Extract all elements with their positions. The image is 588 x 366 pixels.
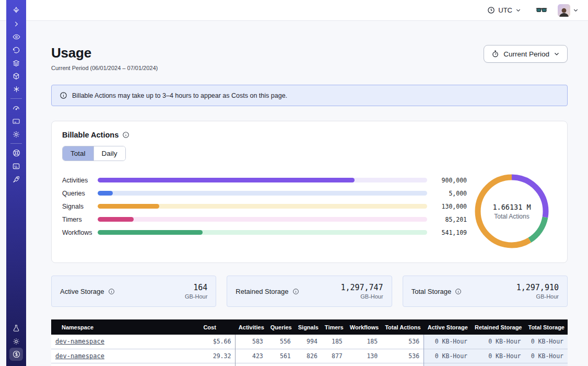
bar-track [98, 178, 427, 182]
bar-row-signals: Signals130,000 [62, 200, 467, 213]
layers-icon[interactable] [9, 56, 23, 70]
avatar [558, 4, 570, 17]
dollar-icon[interactable] [9, 348, 23, 361]
activities-cell: 583 [236, 335, 267, 349]
column-header-activities: Activities [236, 319, 267, 335]
bar-row-timers: Timers85,201 [62, 213, 467, 226]
sidebar-divider [10, 143, 22, 144]
retained-storage-unit: GB-Hour [340, 293, 383, 300]
activities-cell: 423 [236, 349, 267, 363]
flask-icon[interactable] [9, 322, 23, 335]
activities-cell: 492 [236, 363, 267, 366]
chevron-right-icon[interactable] [9, 17, 23, 30]
total-storage-cell: 0 KB-Hour [525, 349, 568, 363]
total-storage-card: Total Storage 1,297,910 GB-Hour [403, 276, 568, 307]
account-menu[interactable] [558, 4, 579, 17]
donut-center: 1.66131 M Total Actions [472, 171, 551, 251]
cube-icon[interactable] [9, 70, 23, 83]
info-icon[interactable] [292, 288, 299, 295]
namespace-link[interactable]: dev-namespace [55, 352, 104, 360]
info-banner: Billable Actions may take up to 3–4 hour… [51, 85, 568, 106]
timers-cell: 877 [322, 349, 347, 363]
main-content: Usage Current Period (06/01/2024 – 07/01… [26, 21, 588, 366]
history-icon[interactable] [9, 43, 23, 56]
bar-track [98, 191, 427, 196]
signals-cell: 826 [295, 349, 322, 363]
total-actions-cell: 536 [382, 349, 424, 363]
table-row: dev-namespace29.324235618268771305360 KB… [51, 349, 568, 363]
asterisk-icon[interactable] [9, 83, 23, 96]
total-storage-label: Total Storage [411, 288, 452, 295]
bar-track [98, 204, 427, 209]
table-header-row: NamespaceCostActivitiesQueriesSignalsTim… [51, 319, 568, 335]
total-actions-donut: 1.66131 M Total Actions [472, 171, 551, 251]
current-period-subtitle: Current Period (06/01/2024 – 07/01/2024) [51, 65, 158, 71]
sidebar-divider [10, 98, 22, 99]
chevron-down-icon [515, 7, 521, 13]
billable-actions-title-row: Billable Actions [62, 131, 557, 139]
bar-value: 85,201 [434, 216, 467, 223]
page-header: Usage Current Period (06/01/2024 – 07/01… [51, 45, 568, 71]
usage-dashboard: { "topbar": { "timezone": "UTC", "icons"… [0, 0, 588, 366]
bar-label: Timers [62, 216, 98, 223]
card-icon[interactable] [9, 115, 23, 128]
retained-storage-label: Retained Storage [236, 288, 288, 295]
storage-summary-row: Active Storage 164 GB-Hour Retained Stor… [51, 276, 568, 307]
temporal-logo[interactable] [9, 4, 23, 17]
info-icon[interactable] [108, 288, 115, 295]
info-icon[interactable] [122, 131, 130, 139]
info-banner-text: Billable Actions may take up to 3–4 hour… [72, 92, 287, 99]
queries-cell: 536 [267, 363, 295, 366]
info-icon[interactable] [455, 288, 462, 295]
cost-cell: 29.32 [184, 349, 235, 363]
retained-storage-cell: 0 KB-Hour [472, 335, 525, 349]
active-storage-cell: 0 KB-Hour [424, 363, 472, 366]
namespace-link[interactable]: dev-namespace [55, 338, 104, 345]
tab-daily[interactable]: Daily [93, 146, 125, 161]
table-body: dev-namespace$5.665835569941851855360 KB… [51, 335, 568, 366]
total-storage-cell: 0 KB-Hour [525, 363, 568, 366]
gauge-icon[interactable] [9, 101, 23, 115]
total-storage-cell: 0 KB-Hour [525, 335, 568, 349]
clock-icon [487, 6, 495, 14]
bar-label: Workflows [62, 229, 98, 236]
billable-actions-title: Billable Actions [62, 131, 119, 139]
namespace-usage-table: NamespaceCostActivitiesQueriesSignalsTim… [51, 319, 568, 366]
gear-icon[interactable] [9, 128, 23, 141]
rocket-icon[interactable] [9, 173, 23, 186]
terminal-icon[interactable] [9, 159, 23, 173]
actions-bar-chart: Activities900,000Queries5,000Signals130,… [62, 171, 467, 251]
active-storage-card: Active Storage 164 GB-Hour [51, 276, 216, 307]
sun-icon[interactable] [9, 335, 23, 348]
lifebuoy-icon[interactable] [9, 146, 23, 159]
billable-actions-chart: Activities900,000Queries5,000Signals130,… [62, 171, 557, 251]
column-header-namespace: Namespace [51, 319, 184, 335]
total-storage-value: 1,297,910 [516, 283, 559, 292]
bar-track [98, 217, 427, 222]
namespace-cell: dev-namespace [51, 363, 184, 366]
sunglasses-icon[interactable] [536, 6, 547, 15]
active-storage-cell: 0 KB-Hour [424, 335, 472, 349]
column-header-active-storage: Active Storage [424, 319, 472, 335]
total-actions-label: Total Actions [494, 213, 529, 220]
bar-fill [98, 204, 159, 209]
period-selector-button[interactable]: Current Period [484, 45, 568, 63]
column-header-cost: Cost [184, 319, 235, 335]
column-header-retained-storage: Retained Storage [472, 319, 525, 335]
bar-fill [98, 217, 134, 222]
table-row: dev-namespace$3.354925368838166001300 KB… [51, 363, 568, 366]
total-actions-cell: 536 [382, 335, 424, 349]
signals-cell: 994 [295, 335, 322, 349]
retained-storage-card: Retained Storage 1,297,747 GB-Hour [227, 276, 392, 307]
bar-value: 5,000 [434, 190, 467, 197]
workflows-cell: 600 [347, 363, 382, 366]
stopwatch-icon [491, 50, 499, 58]
queries-cell: 561 [267, 349, 295, 363]
eye-icon[interactable] [9, 30, 23, 43]
bar-label: Activities [62, 177, 98, 184]
timezone-selector[interactable]: UTC [484, 4, 524, 16]
tab-total[interactable]: Total [63, 146, 93, 161]
bar-row-workflows: Workflows541,109 [62, 226, 467, 239]
active-storage-value: 164 [185, 283, 207, 292]
billable-actions-card: Billable Actions Total Daily Activities9… [51, 121, 568, 263]
